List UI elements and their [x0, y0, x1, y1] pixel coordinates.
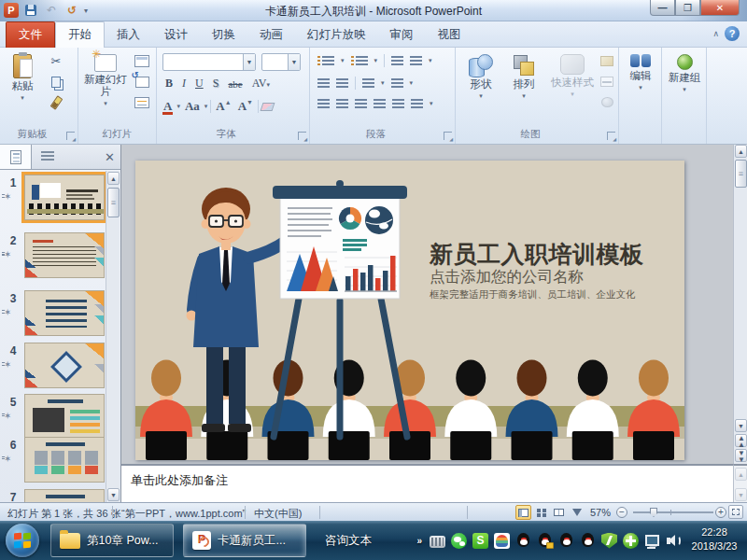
clear-formatting-icon[interactable] [261, 103, 275, 111]
clipboard-dialog-launcher[interactable] [66, 132, 75, 140]
thumbnail-item-2[interactable]: 2 [0, 232, 120, 285]
shape-effects-button[interactable] [598, 93, 616, 111]
reading-view-button[interactable] [551, 505, 567, 520]
slide-scrollbar[interactable]: ▲ ▼ ▲▲ ▼▼ [733, 145, 747, 464]
justify-icon[interactable] [374, 99, 386, 108]
bold-button[interactable]: B [162, 76, 176, 91]
zoom-out-button[interactable]: − [616, 507, 627, 518]
character-spacing-button[interactable]: AV▾ [248, 76, 274, 91]
format-painter-button[interactable] [47, 93, 65, 111]
arrange-button[interactable]: 排列▾ [504, 50, 543, 121]
slide-thumbnail-6[interactable] [24, 437, 105, 483]
italic-button[interactable]: I [178, 76, 190, 91]
panel-scrollbar-thumb[interactable] [107, 188, 120, 217]
rainbow-tray-icon[interactable] [494, 533, 510, 549]
decrease-indent-icon[interactable] [317, 78, 330, 88]
text-direction-icon[interactable] [410, 56, 422, 65]
paragraph-dialog-launcher[interactable] [444, 132, 452, 140]
animation-star-icon[interactable] [4, 359, 11, 370]
text-shadow-button[interactable]: S [209, 76, 223, 91]
section-button[interactable] [133, 93, 151, 111]
line-spacing-icon[interactable] [391, 56, 403, 65]
360-shield-tray-icon[interactable] [601, 533, 617, 549]
chevron-down-icon[interactable]: ▼ [243, 54, 255, 70]
previous-slide-button[interactable]: ▲▲ [735, 434, 747, 447]
tab-outline[interactable] [32, 145, 63, 169]
thumbnail-item-4[interactable]: 4 [0, 343, 120, 395]
notes-pane[interactable]: 单击此处添加备注 [121, 464, 733, 502]
shrink-font-button[interactable]: A▼ [236, 99, 255, 114]
thumbnail-item-1[interactable]: 1 [0, 175, 120, 227]
slide-title-text[interactable]: 新员工入职培训模板 [430, 239, 644, 270]
new-slide-button[interactable]: 新建幻灯片▾ [81, 50, 130, 121]
chevron-down-icon[interactable]: ▾ [176, 103, 180, 110]
keyboard-tray-icon[interactable] [430, 536, 445, 548]
change-case-button[interactable]: Aa [183, 99, 202, 114]
shape-fill-button[interactable] [598, 52, 616, 70]
zoom-slider-thumb[interactable] [650, 508, 657, 517]
normal-view-button[interactable] [515, 505, 531, 520]
drawing-dialog-launcher[interactable] [607, 132, 615, 140]
grow-font-button[interactable]: A▲ [214, 99, 233, 114]
restore-button[interactable]: ❐ [675, 0, 700, 16]
align-left-icon[interactable] [317, 99, 330, 108]
notes-placeholder[interactable]: 单击此处添加备注 [131, 472, 228, 489]
chevron-down-icon[interactable]: ▾ [204, 103, 208, 110]
panel-close-icon[interactable]: ✕ [105, 150, 115, 164]
increase-indent-icon[interactable] [336, 78, 348, 88]
shapes-button[interactable]: 形状▾ [461, 50, 500, 121]
chevron-down-icon[interactable]: ▾ [341, 57, 345, 64]
zoom-in-button[interactable]: + [715, 507, 726, 518]
paste-button[interactable]: 粘贴▾ [4, 50, 41, 121]
reset-button[interactable] [133, 73, 151, 91]
qq-tray-icon[interactable] [558, 533, 574, 549]
chevron-down-icon[interactable]: ▾ [381, 79, 385, 87]
animation-star-icon[interactable] [4, 191, 11, 202]
bullets-icon[interactable] [322, 56, 334, 65]
editing-button[interactable]: 编辑▾ [621, 50, 660, 121]
animation-star-icon[interactable] [4, 454, 11, 464]
font-size-combo[interactable]: ▼ [261, 53, 301, 71]
ribbon-tab-4[interactable]: 切换 [200, 22, 247, 49]
slide-thumbnail-4[interactable] [24, 343, 105, 388]
shape-outline-button[interactable] [598, 73, 616, 91]
zoom-slider[interactable] [633, 511, 713, 513]
360-ball-tray-icon[interactable] [623, 533, 639, 549]
slide-thumbnail-5[interactable] [24, 394, 105, 440]
ribbon-tab-5[interactable]: 动画 [247, 22, 295, 49]
help-button[interactable]: ? [725, 26, 740, 41]
panel-scrollbar[interactable]: ▲ ▼ [106, 171, 120, 502]
animation-star-icon[interactable] [4, 411, 11, 421]
tab-slides-thumbnails[interactable] [0, 145, 32, 169]
language-indicator[interactable]: 中文(中国) [254, 507, 302, 521]
new-group-button[interactable]: 新建组▾ [664, 50, 705, 121]
qq-badge-tray-icon[interactable] [537, 533, 553, 549]
ribbon-tab-2[interactable]: 插入 [105, 22, 152, 49]
ribbon-tab-3[interactable]: 设计 [152, 22, 200, 49]
font-dialog-launcher[interactable] [298, 132, 306, 140]
scroll-down-arrow[interactable]: ▼ [107, 488, 120, 501]
start-button[interactable] [6, 524, 39, 557]
animation-star-icon[interactable] [4, 307, 11, 317]
chevron-down-icon[interactable]: ▼ [288, 54, 300, 70]
slide-tagline-text[interactable]: 框架完整适用于商务培训、员工培训、企业文化 [430, 288, 636, 301]
ribbon-tab-7[interactable]: 审阅 [378, 22, 426, 49]
thumbnail-item-3[interactable]: 3 [0, 290, 120, 343]
slide-thumbnail-1[interactable] [24, 175, 105, 220]
slide-sorter-button[interactable] [533, 505, 549, 520]
volume-tray-icon[interactable] [666, 533, 682, 549]
ribbon-tab-8[interactable]: 视图 [426, 22, 473, 49]
columns-icon[interactable] [362, 78, 374, 88]
scroll-up-arrow[interactable]: ▲ [735, 145, 747, 158]
network-tray-icon[interactable] [644, 533, 660, 549]
slide-thumbnail-2[interactable] [24, 232, 105, 278]
ribbon-tab-1[interactable]: 开始 [55, 21, 105, 49]
font-name-combo[interactable]: ▼ [162, 53, 256, 71]
chevron-down-icon[interactable]: ▾ [430, 100, 433, 107]
sogou-tray-icon[interactable]: S [472, 533, 488, 549]
strikethrough-button[interactable]: abe [224, 77, 246, 91]
align-text-icon[interactable] [391, 78, 403, 88]
layout-button[interactable] [133, 52, 151, 70]
smartart-convert-icon[interactable] [411, 99, 423, 108]
chevron-down-icon[interactable]: ▾ [410, 79, 414, 87]
